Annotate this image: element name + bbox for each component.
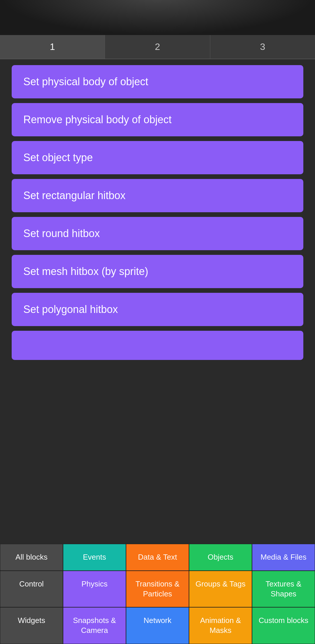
nav-animation-masks[interactable]: Animation & Masks [189, 607, 252, 644]
nav-physics[interactable]: Physics [63, 571, 126, 608]
nav-row-3: Widgets Snapshots & Camera Network Anima… [0, 607, 315, 644]
tab-1[interactable]: 1 [0, 35, 105, 59]
nav-events[interactable]: Events [63, 544, 126, 571]
nav-network[interactable]: Network [126, 607, 189, 644]
nav-textures-shapes[interactable]: Textures & Shapes [252, 571, 315, 608]
nav-row-1: All blocks Events Data & Text Objects Me… [0, 544, 315, 571]
nav-control[interactable]: Control [0, 571, 63, 608]
nav-groups-tags[interactable]: Groups & Tags [189, 571, 252, 608]
tabs-bar: 1 2 3 [0, 35, 315, 59]
tab-2[interactable]: 2 [105, 35, 210, 59]
top-background [0, 0, 315, 35]
nav-custom-blocks[interactable]: Custom blocks [252, 607, 315, 644]
nav-widgets[interactable]: Widgets [0, 607, 63, 644]
nav-all-blocks[interactable]: All blocks [0, 544, 63, 571]
nav-row-2: Control Physics Transitions & Particles … [0, 571, 315, 608]
block-set-object-type[interactable]: Set object type [12, 141, 303, 174]
nav-snapshots-camera[interactable]: Snapshots & Camera [63, 607, 126, 644]
bottom-nav: All blocks Events Data & Text Objects Me… [0, 544, 315, 644]
nav-objects[interactable]: Objects [189, 544, 252, 571]
block-set-polygonal-hitbox[interactable]: Set polygonal hitbox [12, 293, 303, 326]
tab-3[interactable]: 3 [210, 35, 315, 59]
nav-data-text[interactable]: Data & Text [126, 544, 189, 571]
blocks-list: Set physical body of object Remove physi… [0, 59, 315, 366]
block-remove-physical-body[interactable]: Remove physical body of object [12, 103, 303, 136]
block-set-rectangular-hitbox[interactable]: Set rectangular hitbox [12, 179, 303, 212]
nav-media-files[interactable]: Media & Files [252, 544, 315, 571]
block-set-physical-body[interactable]: Set physical body of object [12, 65, 303, 98]
block-partial[interactable] [12, 331, 303, 360]
nav-transitions-particles[interactable]: Transitions & Particles [126, 571, 189, 608]
block-set-mesh-hitbox[interactable]: Set mesh hitbox (by sprite) [12, 255, 303, 288]
block-set-round-hitbox[interactable]: Set round hitbox [12, 217, 303, 250]
